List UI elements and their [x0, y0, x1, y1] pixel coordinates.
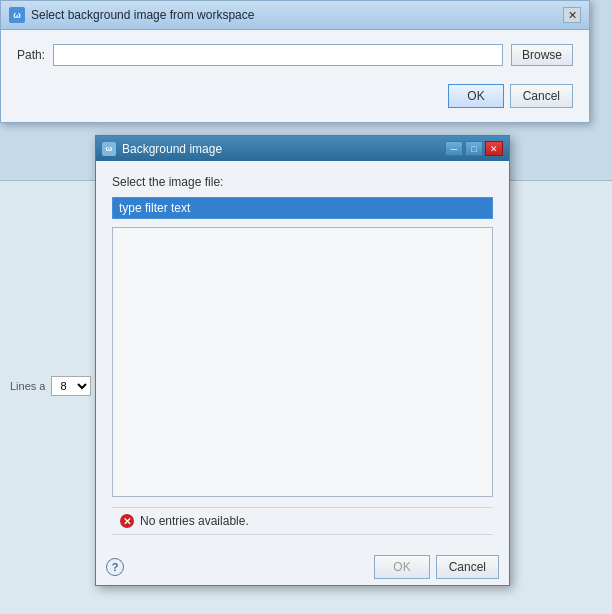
dialog1-cancel-button[interactable]: Cancel — [510, 84, 573, 108]
help-icon[interactable]: ? — [106, 558, 124, 576]
dialog1-title: Select background image from workspace — [31, 8, 254, 22]
file-list-area[interactable] — [112, 227, 493, 497]
select-image-label: Select the image file: — [112, 175, 493, 189]
dialog1-app-icon: ω — [9, 7, 25, 23]
path-input[interactable] — [53, 44, 503, 66]
no-entries-text: No entries available. — [140, 514, 249, 528]
dialog2-footer: ? OK Cancel — [96, 547, 509, 585]
dialog1-title-left: ω Select background image from workspace — [9, 7, 254, 23]
dialog1-titlebar: ω Select background image from workspace… — [1, 1, 589, 30]
lines-select[interactable]: 8 — [51, 376, 91, 396]
background-image-dialog: ω Background image ─ □ ✕ Select the imag… — [95, 135, 510, 586]
dialog2-app-icon: ω — [102, 142, 116, 156]
dialog1-close-button[interactable]: ✕ — [563, 7, 581, 23]
dialog2-close-button[interactable]: ✕ — [485, 141, 503, 156]
dialog2-body: Select the image file: ✕ No entries avai… — [96, 161, 509, 547]
path-row: Path: Browse — [17, 44, 573, 66]
dialog2-cancel-button[interactable]: Cancel — [436, 555, 499, 579]
dialog1-body: Path: Browse OK Cancel — [1, 30, 589, 122]
dialog2-title: Background image — [122, 142, 222, 156]
dialog2-minimize-button[interactable]: ─ — [445, 141, 463, 156]
dialog2-maximize-button[interactable]: □ — [465, 141, 483, 156]
filter-input[interactable] — [112, 197, 493, 219]
dialog2-titlebar: ω Background image ─ □ ✕ — [96, 136, 509, 161]
no-entries-row: ✕ No entries available. — [112, 507, 493, 535]
error-icon: ✕ — [120, 514, 134, 528]
browse-button[interactable]: Browse — [511, 44, 573, 66]
path-label: Path: — [17, 48, 45, 62]
dialog2-footer-buttons: OK Cancel — [374, 555, 499, 579]
dialog2-window-controls: ─ □ ✕ — [445, 141, 503, 156]
select-background-dialog: ω Select background image from workspace… — [0, 0, 590, 123]
dialog1-buttons: OK Cancel — [17, 80, 573, 108]
dialog1-ok-button[interactable]: OK — [448, 84, 503, 108]
dialog2-title-left: ω Background image — [102, 142, 222, 156]
lines-label: Lines a — [10, 380, 45, 392]
dialog2-ok-button[interactable]: OK — [374, 555, 429, 579]
